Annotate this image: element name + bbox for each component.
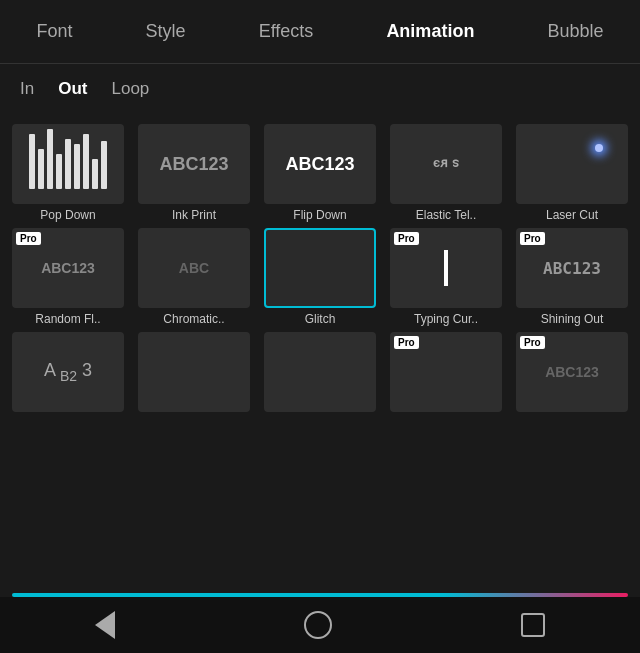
label-glitch: Glitch (305, 312, 336, 326)
sub-navigation: In Out Loop (0, 64, 640, 114)
row3-4-text: ABC123 (545, 364, 599, 380)
thumb-pop-down (12, 124, 124, 204)
grid-item-row3-0[interactable]: A B2 3 (8, 332, 128, 416)
thumb-row3-4: Pro ABC123 (516, 332, 628, 412)
pro-badge-typing: Pro (394, 232, 419, 245)
grid-item-row3-2[interactable] (260, 332, 380, 416)
thumb-elastic-tel: єᴚ ƨ (390, 124, 502, 204)
label-flip-down: Flip Down (293, 208, 346, 222)
elastic-text: єᴚ ƨ (433, 157, 459, 172)
grid-item-random-fl[interactable]: Pro ABC123 Random Fl.. (8, 228, 128, 326)
bar7 (83, 134, 89, 189)
label-chromatic: Chromatic.. (163, 312, 224, 326)
grid-item-row3-4[interactable]: Pro ABC123 (512, 332, 632, 416)
grid-item-glitch[interactable]: Glitch (260, 228, 380, 326)
label-shining-out: Shining Out (541, 312, 604, 326)
thumb-row3-3: Pro (390, 332, 502, 412)
bar4 (56, 154, 62, 189)
thumb-typing-cur: Pro (390, 228, 502, 308)
label-elastic-tel: Elastic Tel.. (416, 208, 476, 222)
pro-badge-row3-3: Pro (394, 336, 419, 349)
nav-effects[interactable]: Effects (247, 13, 326, 50)
label-typing-cur: Typing Cur.. (414, 312, 478, 326)
thumb-glitch (264, 228, 376, 308)
label-laser-cut: Laser Cut (546, 208, 598, 222)
grid-item-ink-print[interactable]: ABC123 Ink Print (134, 124, 254, 222)
thumb-chromatic: ABC (138, 228, 250, 308)
animation-grid: Pop Down ABC123 Ink Print ABC123 Flip Do… (0, 114, 640, 426)
thumb-laser-cut (516, 124, 628, 204)
pop-down-visual (29, 139, 107, 189)
bar1 (29, 134, 35, 189)
abc-mixed-text: A B2 3 (44, 360, 92, 384)
ink-print-text: ABC123 (159, 154, 228, 175)
grid-item-laser-cut[interactable]: Laser Cut (512, 124, 632, 222)
grid-item-chromatic[interactable]: ABC Chromatic.. (134, 228, 254, 326)
back-icon (95, 611, 115, 639)
thumb-ink-print: ABC123 (138, 124, 250, 204)
bar2 (38, 149, 44, 189)
nav-font[interactable]: Font (25, 13, 85, 50)
bar8 (92, 159, 98, 189)
grid-item-elastic-tel[interactable]: єᴚ ƨ Elastic Tel.. (386, 124, 506, 222)
subnav-loop[interactable]: Loop (111, 79, 149, 99)
random-fl-text: ABC123 (41, 260, 95, 276)
home-button[interactable] (304, 611, 332, 639)
flip-down-text: ABC123 (285, 154, 354, 175)
subnav-out[interactable]: Out (58, 79, 87, 99)
recents-icon (521, 613, 545, 637)
grid-item-typing-cur[interactable]: Pro Typing Cur.. (386, 228, 506, 326)
typing-cursor-visual (444, 250, 448, 286)
back-button[interactable] (95, 611, 115, 639)
recents-button[interactable] (521, 613, 545, 637)
label-ink-print: Ink Print (172, 208, 216, 222)
thumb-row3-0: A B2 3 (12, 332, 124, 412)
label-pop-down: Pop Down (40, 208, 95, 222)
pro-badge-shining: Pro (520, 232, 545, 245)
top-navigation: Font Style Effects Animation Bubble (0, 0, 640, 64)
nav-style[interactable]: Style (134, 13, 198, 50)
grid-item-pop-down[interactable]: Pop Down (8, 124, 128, 222)
chromatic-text: ABC (179, 260, 209, 276)
bar6 (74, 144, 80, 189)
system-nav-bar (0, 597, 640, 653)
thumb-flip-down: ABC123 (264, 124, 376, 204)
thumb-shining-out: Pro ABC123 (516, 228, 628, 308)
label-random-fl: Random Fl.. (35, 312, 100, 326)
thumb-random-fl: Pro ABC123 (12, 228, 124, 308)
grid-item-flip-down[interactable]: ABC123 Flip Down (260, 124, 380, 222)
nav-bubble[interactable]: Bubble (535, 13, 615, 50)
laser-dot (595, 144, 603, 152)
subnav-in[interactable]: In (20, 79, 34, 99)
shining-out-text: ABC123 (543, 259, 601, 278)
grid-item-row3-1[interactable] (134, 332, 254, 416)
grid-item-shining-out[interactable]: Pro ABC123 Shining Out (512, 228, 632, 326)
nav-animation[interactable]: Animation (374, 13, 486, 50)
pro-badge-row3-4: Pro (520, 336, 545, 349)
bar3 (47, 129, 53, 189)
bar5 (65, 139, 71, 189)
home-icon (304, 611, 332, 639)
thumb-row3-2 (264, 332, 376, 412)
bar9 (101, 141, 107, 189)
pro-badge-random-fl: Pro (16, 232, 41, 245)
thumb-row3-1 (138, 332, 250, 412)
grid-item-row3-3[interactable]: Pro (386, 332, 506, 416)
